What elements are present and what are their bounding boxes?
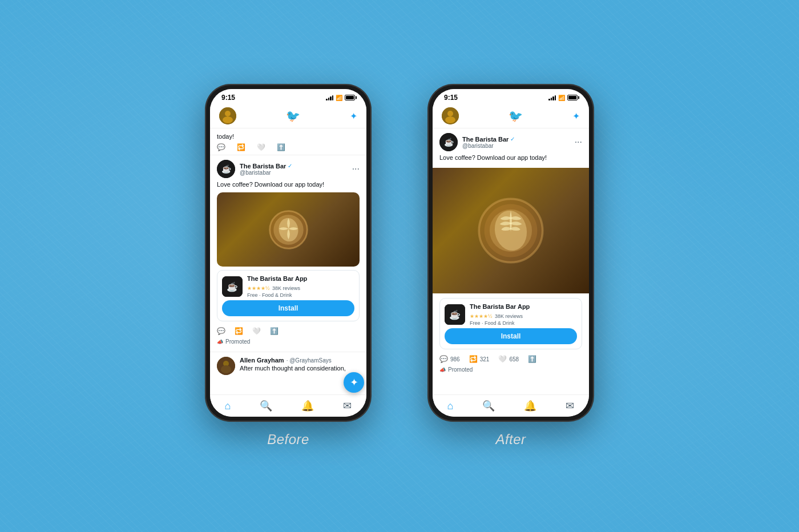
tweet-more-after[interactable]: ··· bbox=[575, 138, 582, 147]
share-icon-before[interactable]: ⬆️ bbox=[270, 327, 279, 335]
tweet-name-row-before: The Barista Bar ✓ bbox=[240, 163, 348, 170]
compose-fab-before[interactable]: ✦ bbox=[344, 372, 364, 393]
app-card-header-before: ☕ The Barista Bar App ★★★★½ 38K reviews bbox=[222, 275, 354, 298]
nav-home-before[interactable]: ⌂ bbox=[225, 400, 231, 412]
status-icons-after: 📶 bbox=[548, 95, 578, 101]
app-stars-before: ★★★★½ 38K reviews bbox=[247, 282, 354, 292]
verified-badge-before: ✓ bbox=[288, 163, 292, 169]
bottom-nav-before: ⌂ 🔍 🔔 ✉ bbox=[210, 394, 366, 417]
reviews-before: 38K reviews bbox=[272, 285, 300, 291]
install-button-after[interactable]: Install bbox=[445, 328, 577, 344]
peek-handle-before: · @GrayhamSays bbox=[286, 357, 332, 364]
tweet-name-after: The Barista Bar bbox=[462, 136, 509, 143]
tweet-handle-before: @baristabar bbox=[240, 170, 348, 176]
wifi-icon-before: 📶 bbox=[336, 95, 342, 101]
tweet-handle-after: @baristabar bbox=[462, 143, 570, 149]
svg-text:☕: ☕ bbox=[449, 309, 461, 320]
install-button-before[interactable]: Install bbox=[222, 300, 354, 316]
after-feed: ☕ The Barista Bar ✓ @baristabar ··· bbox=[433, 128, 589, 394]
coffee-image-before bbox=[217, 192, 360, 267]
retweet-icon-partial[interactable]: 🔁 bbox=[237, 143, 245, 151]
app-card-after: ☕ The Barista Bar App ★★★★½ 38K reviews bbox=[439, 298, 582, 349]
svg-point-14 bbox=[447, 111, 453, 116]
status-icons-before: 📶 bbox=[326, 95, 355, 101]
tweet-engagement-before: 💬 🔁 🤍 ⬆️ bbox=[217, 325, 360, 337]
reply-icon-partial[interactable]: 💬 bbox=[217, 143, 225, 151]
like-icon-after[interactable]: 🤍 bbox=[498, 355, 507, 363]
tweet-user-info-after: The Barista Bar ✓ @baristabar bbox=[462, 136, 570, 149]
nav-messages-before[interactable]: ✉ bbox=[343, 400, 352, 412]
after-tweet-header: ☕ The Barista Bar ✓ @baristabar ··· bbox=[433, 128, 589, 168]
status-time-after: 9:15 bbox=[444, 94, 458, 102]
status-bar-after: 9:15 📶 bbox=[433, 89, 589, 104]
bottom-nav-after: ⌂ 🔍 🔔 ✉ bbox=[433, 394, 589, 417]
retweets-number: 321 bbox=[480, 356, 490, 362]
latte-art-before bbox=[267, 208, 310, 251]
app-stars-after: ★★★★½ 38K reviews bbox=[470, 310, 577, 320]
status-time-before: 9:15 bbox=[221, 94, 235, 102]
twitter-navbar-before: 🐦 ✦ bbox=[210, 104, 366, 128]
tweet-text-after: Love coffee? Download our app today! bbox=[439, 154, 582, 162]
battery-icon-after bbox=[567, 95, 578, 100]
app-name-after: The Barista Bar App bbox=[470, 303, 577, 310]
peek-text-before: After much thought and consideration, bbox=[240, 365, 360, 372]
partial-tweet-top: today! 💬 🔁 🤍 ⬆️ bbox=[210, 128, 366, 155]
app-info-before: The Barista Bar App ★★★★½ 38K reviews Fr… bbox=[247, 275, 354, 298]
svg-text:☕: ☕ bbox=[227, 281, 238, 292]
peek-avatar-before bbox=[217, 357, 235, 375]
sparkle-icon-after[interactable]: ✦ bbox=[572, 111, 580, 122]
svg-point-15 bbox=[445, 116, 455, 123]
replies-count-after: 💬 986 bbox=[439, 355, 460, 363]
after-phone-screen: 9:15 📶 bbox=[433, 89, 589, 417]
likes-number: 658 bbox=[509, 356, 519, 362]
likes-count-after: 🤍 658 bbox=[498, 355, 519, 363]
share-icon-partial[interactable]: ⬆️ bbox=[277, 143, 285, 151]
nav-messages-after[interactable]: ✉ bbox=[566, 400, 574, 412]
tweet-name-before: The Barista Bar bbox=[240, 163, 286, 170]
promoted-text-before: Promoted bbox=[225, 338, 250, 345]
barista-bar-avatar-after: ☕ bbox=[439, 133, 458, 151]
battery-icon-before bbox=[345, 95, 355, 100]
main-tweet-before: ☕ The Barista Bar ✓ @baristabar ··· bbox=[210, 155, 366, 352]
category-after: Free · Food & Drink bbox=[470, 320, 577, 326]
promoted-icon-before: 📣 bbox=[217, 339, 223, 345]
user-avatar-before[interactable] bbox=[219, 107, 236, 124]
nav-home-after[interactable]: ⌂ bbox=[447, 400, 454, 412]
app-card-before: ☕ The Barista Bar App ★★★★½ 38K reviews bbox=[217, 270, 360, 321]
after-app-card-section: ☕ The Barista Bar App ★★★★½ 38K reviews bbox=[433, 293, 589, 380]
like-icon-partial[interactable]: 🤍 bbox=[257, 143, 265, 151]
app-card-header-after: ☕ The Barista Bar App ★★★★½ 38K reviews bbox=[445, 303, 577, 326]
peek-name-row-before: Allen Grayham · @GrayhamSays bbox=[240, 357, 360, 364]
nav-search-before[interactable]: 🔍 bbox=[260, 400, 272, 412]
like-icon-before[interactable]: 🤍 bbox=[252, 327, 261, 335]
nav-notifications-after[interactable]: 🔔 bbox=[524, 400, 536, 412]
stars-after: ★★★★½ bbox=[470, 313, 493, 319]
signal-icon-after bbox=[548, 95, 556, 100]
reply-icon-before[interactable]: 💬 bbox=[217, 327, 225, 335]
share-icon-after[interactable]: ⬆️ bbox=[528, 355, 536, 363]
category-before: Free · Food & Drink bbox=[247, 292, 354, 298]
reply-icon-after[interactable]: 💬 bbox=[439, 355, 448, 363]
sparkle-icon-before[interactable]: ✦ bbox=[350, 111, 357, 122]
tweet-more-before[interactable]: ··· bbox=[352, 164, 360, 174]
reviews-after: 38K reviews bbox=[495, 313, 523, 319]
svg-text:☕: ☕ bbox=[444, 138, 454, 147]
after-label: After bbox=[495, 432, 526, 448]
after-phone-wrapper: 9:15 📶 bbox=[428, 84, 594, 448]
retweet-icon-after[interactable]: 🔁 bbox=[469, 355, 478, 363]
app-info-after: The Barista Bar App ★★★★½ 38K reviews Fr… bbox=[470, 303, 577, 326]
nav-search-after[interactable]: 🔍 bbox=[482, 400, 495, 412]
retweet-icon-before[interactable]: 🔁 bbox=[235, 327, 243, 335]
nav-notifications-before[interactable]: 🔔 bbox=[301, 400, 314, 412]
verified-badge-after: ✓ bbox=[510, 136, 515, 142]
latte-art-after bbox=[474, 194, 548, 268]
user-avatar-after[interactable] bbox=[442, 107, 459, 124]
status-bar-before: 9:15 📶 bbox=[210, 89, 366, 104]
tweet-text-before: Love coffee? Download our app today! bbox=[217, 180, 360, 189]
before-feed: today! 💬 🔁 🤍 ⬆️ bbox=[210, 128, 366, 394]
partial-tweet-text: today! bbox=[217, 133, 360, 140]
app-icon-after: ☕ bbox=[445, 304, 465, 325]
app-name-before: The Barista Bar App bbox=[247, 275, 354, 282]
signal-icon-before bbox=[326, 95, 333, 100]
app-icon-before: ☕ bbox=[222, 276, 243, 297]
